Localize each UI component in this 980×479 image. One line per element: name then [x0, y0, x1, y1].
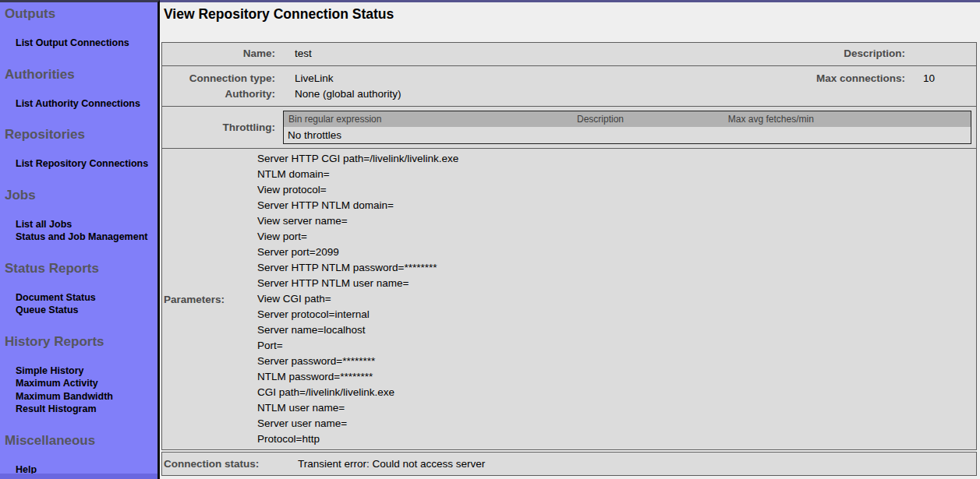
- throttling-row: Throttling: Bin regular expression Descr…: [162, 107, 976, 149]
- name-row: Name: test Description:: [162, 43, 976, 66]
- sidebar-nav: Outputs List Output Connections Authorit…: [0, 0, 160, 479]
- throttle-col-description: Description: [572, 111, 724, 127]
- page: Outputs List Output Connections Authorit…: [0, 0, 980, 479]
- parameter-line: View protocol=: [257, 182, 976, 198]
- parameter-line: Port=: [257, 338, 976, 354]
- sidebar-item-document-status[interactable]: Document Status: [0, 291, 157, 305]
- parameters-label: Parameters:: [162, 294, 257, 305]
- sidebar-section-repositories: Repositories List Repository Connections: [0, 127, 157, 171]
- sidebar-section-authorities: Authorities List Authority Connections: [0, 67, 157, 111]
- sidebar-section-title-repositories: Repositories: [0, 127, 157, 142]
- authority-value: None (global authority): [279, 86, 724, 102]
- connection-status-label: Connection status:: [162, 456, 295, 472]
- sidebar-item-maximum-activity[interactable]: Maximum Activity: [0, 377, 157, 390]
- parameter-line: Server port=2099: [257, 245, 976, 260]
- parameter-line: Protocol=http: [257, 431, 976, 447]
- name-value: test: [279, 46, 724, 62]
- throttle-col-max-avg-fetches: Max avg fetches/min: [724, 111, 971, 127]
- parameter-line: Server user name=: [257, 416, 976, 431]
- sidebar-section-title-jobs: Jobs: [0, 188, 157, 203]
- sidebar-section-history-reports: History Reports Simple History Maximum A…: [0, 334, 157, 416]
- throttle-empty-message: No throttles: [284, 127, 971, 143]
- sidebar-item-result-histogram[interactable]: Result Histogram: [0, 403, 157, 416]
- sidebar-bottom-strip: [0, 474, 157, 479]
- throttle-table-header: Bin regular expression Description Max a…: [284, 111, 971, 127]
- parameter-line: Server HTTP CGI path=/livelink/livelink.…: [257, 151, 976, 167]
- page-title: View Repository Connection Status: [160, 2, 980, 42]
- name-label: Name:: [162, 46, 279, 62]
- max-connections-value: 10: [909, 71, 976, 86]
- parameter-line: NTLM user name=: [257, 400, 976, 416]
- sidebar-item-queue-status[interactable]: Queue Status: [0, 304, 157, 317]
- sidebar-section-title-outputs: Outputs: [0, 6, 157, 21]
- connection-type-row: Connection type: LiveLink Max connection…: [162, 66, 976, 107]
- parameter-line: Server password=********: [257, 354, 976, 369]
- connection-view-table: Name: test Description: Connection type:…: [161, 42, 977, 450]
- sidebar-item-list-all-jobs[interactable]: List all Jobs: [0, 218, 157, 231]
- parameter-line: View CGI path=: [257, 291, 976, 307]
- sidebar-item-simple-history[interactable]: Simple History: [0, 365, 157, 378]
- connection-type-label: Connection type:: [162, 71, 279, 86]
- parameters-list: Server HTTP CGI path=/livelink/livelink.…: [257, 151, 976, 447]
- main-content: View Repository Connection Status Name: …: [160, 0, 980, 479]
- parameter-line: Server name=localhost: [257, 322, 976, 338]
- throttling-label: Throttling:: [162, 122, 279, 133]
- throttle-table: Bin regular expression Description Max a…: [283, 111, 971, 144]
- sidebar-section-title-miscellaneous: Miscellaneous: [0, 433, 157, 448]
- connection-status-row: Connection status: Transient error: Coul…: [161, 452, 977, 476]
- parameter-line: View port=: [257, 229, 976, 245]
- max-connections-label: Max connections:: [724, 71, 909, 86]
- sidebar-item-status-and-job-management[interactable]: Status and Job Management: [0, 231, 157, 244]
- sidebar-section-jobs: Jobs List all Jobs Status and Job Manage…: [0, 188, 157, 244]
- parameter-line: Server HTTP NTLM user name=: [257, 276, 976, 291]
- parameter-line: View server name=: [257, 213, 976, 229]
- parameter-line: Server protocol=internal: [257, 307, 976, 322]
- parameter-line: NTLM password=********: [257, 369, 976, 385]
- parameter-line: Server HTTP NTLM domain=: [257, 198, 976, 213]
- sidebar-section-title-history-reports: History Reports: [0, 334, 157, 349]
- parameter-line: CGI path=/livelink/livelink.exe: [257, 385, 976, 400]
- connection-type-value: LiveLink: [279, 71, 724, 86]
- sidebar-item-list-output-connections[interactable]: List Output Connections: [0, 37, 157, 50]
- parameter-line: Server HTTP NTLM password=********: [257, 260, 976, 276]
- sidebar-item-list-authority-connections[interactable]: List Authority Connections: [0, 97, 157, 111]
- connection-status-value: Transient error: Could not access server: [295, 456, 976, 472]
- sidebar-section-status-reports: Status Reports Document Status Queue Sta…: [0, 261, 157, 317]
- sidebar-section-title-authorities: Authorities: [0, 67, 157, 82]
- throttle-col-bin-regex: Bin regular expression: [284, 111, 572, 127]
- sidebar-section-outputs: Outputs List Output Connections: [0, 6, 157, 50]
- sidebar-item-list-repository-connections[interactable]: List Repository Connections: [0, 157, 157, 171]
- sidebar-item-maximum-bandwidth[interactable]: Maximum Bandwidth: [0, 390, 157, 403]
- parameters-row: Parameters: Server HTTP CGI path=/liveli…: [162, 149, 976, 449]
- description-label: Description:: [724, 46, 909, 62]
- sidebar-section-miscellaneous: Miscellaneous Help: [0, 433, 157, 477]
- authority-label: Authority:: [162, 86, 279, 102]
- parameter-line: NTLM domain=: [257, 167, 976, 182]
- description-value: [909, 46, 976, 62]
- sidebar-section-title-status-reports: Status Reports: [0, 261, 157, 276]
